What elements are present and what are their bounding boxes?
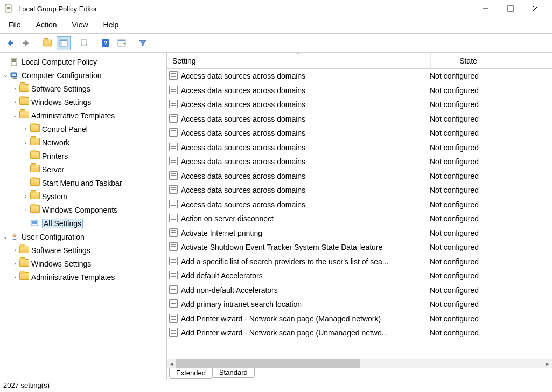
svg-rect-27 <box>32 221 37 222</box>
tree-label: Local Computer Policy <box>22 58 97 66</box>
tree-computer-config[interactable]: ⌄ Computer Configuration <box>0 68 166 82</box>
list-row[interactable]: Add default AcceleratorsNot configured <box>167 269 552 283</box>
tree-windows-components[interactable]: › Windows Components <box>0 203 166 216</box>
properties-button[interactable] <box>115 36 129 50</box>
tree-label: Start Menu and Taskbar <box>42 179 122 187</box>
list-row[interactable]: Access data sources across domainsNot co… <box>167 198 552 212</box>
setting-text: Access data sources across domains <box>181 157 430 166</box>
chevron-right-icon[interactable]: › <box>11 247 19 253</box>
chevron-down-icon[interactable]: ⌄ <box>1 72 10 78</box>
list-row[interactable]: Action on server disconnectNot configure… <box>167 212 552 226</box>
tree-label: Server <box>42 165 64 174</box>
chevron-right-icon[interactable]: › <box>11 86 19 92</box>
list-body[interactable]: Access data sources across domainsNot co… <box>167 69 552 359</box>
horizontal-scrollbar[interactable]: ◂ ▸ <box>167 359 552 368</box>
svg-rect-28 <box>32 222 37 223</box>
chevron-right-icon[interactable]: › <box>22 126 30 132</box>
back-button[interactable] <box>3 36 17 50</box>
tree-label: Software Settings <box>31 246 90 255</box>
menu-file[interactable]: File <box>6 19 23 30</box>
tree-label: Windows Components <box>42 206 117 214</box>
tree-start-menu[interactable]: › Start Menu and Taskbar <box>0 176 166 190</box>
setting-text: Activate Shutdown Event Tracker System S… <box>181 243 430 251</box>
tree-uc-windows[interactable]: › Windows Settings <box>0 257 166 270</box>
svg-rect-29 <box>32 223 37 224</box>
state-text: Not configured <box>430 115 505 123</box>
tree-label: All Settings <box>42 219 83 228</box>
policy-item-icon <box>169 185 179 195</box>
tree-software-settings[interactable]: › Software Settings <box>0 82 166 95</box>
chevron-down-icon[interactable]: ⌄ <box>11 113 19 118</box>
chevron-right-icon[interactable]: › <box>22 193 30 199</box>
list-row[interactable]: Add primary intranet search locationNot … <box>167 297 552 312</box>
state-text: Not configured <box>430 328 505 337</box>
list-row[interactable]: Access data sources across domainsNot co… <box>167 69 552 83</box>
tree-uc-admin[interactable]: › Administrative Templates <box>0 270 166 284</box>
scroll-right-icon[interactable]: ▸ <box>543 361 552 367</box>
tree-root[interactable]: ▶ Local Computer Policy <box>0 55 166 68</box>
menu-bar: File Action View Help <box>0 17 552 33</box>
list-row[interactable]: Access data sources across domainsNot co… <box>167 97 552 112</box>
policy-item-icon <box>169 314 179 324</box>
tree-control-panel[interactable]: › Control Panel <box>0 122 166 136</box>
tree-user-config[interactable]: ⌄ User Configuration <box>0 230 166 243</box>
show-hide-tree-button[interactable] <box>57 36 71 50</box>
menu-help[interactable]: Help <box>101 19 121 30</box>
menu-action[interactable]: Action <box>34 19 59 30</box>
tree-network[interactable]: › Network <box>0 136 166 149</box>
close-button[interactable] <box>523 0 548 17</box>
minimize-button[interactable] <box>473 0 498 17</box>
tree-uc-software[interactable]: › Software Settings <box>0 243 166 257</box>
list-row[interactable]: Access data sources across domainsNot co… <box>167 155 552 169</box>
list-row[interactable]: Add a specific list of search providers … <box>167 255 552 269</box>
tab-extended[interactable]: Extended <box>169 368 213 379</box>
setting-text: Access data sources across domains <box>181 72 430 80</box>
policy-item-icon <box>169 242 179 252</box>
forward-button[interactable] <box>19 36 33 50</box>
tree-admin-templates[interactable]: ⌄ Administrative Templates <box>0 109 166 122</box>
tree-windows-settings[interactable]: › Windows Settings <box>0 95 166 109</box>
list-row[interactable]: Access data sources across domainsNot co… <box>167 83 552 98</box>
chevron-right-icon[interactable]: › <box>22 139 30 145</box>
list-row[interactable]: Add Printer wizard - Network scan page (… <box>167 312 552 326</box>
svg-rect-9 <box>10 42 13 44</box>
scroll-track[interactable] <box>176 359 543 368</box>
policy-item-icon <box>169 143 179 152</box>
chevron-right-icon[interactable]: › <box>22 207 30 213</box>
tab-standard[interactable]: Standard <box>212 368 255 378</box>
list-row[interactable]: Access data sources across domainsNot co… <box>167 112 552 127</box>
filter-button[interactable] <box>136 36 150 50</box>
tree-pane[interactable]: ▶ Local Computer Policy ⌄ Computer Confi… <box>0 53 167 380</box>
help-button[interactable]: ? <box>99 36 113 50</box>
list-row[interactable]: Access data sources across domainsNot co… <box>167 183 552 198</box>
list-row[interactable]: Access data sources across domainsNot co… <box>167 141 552 155</box>
list-row[interactable]: Activate Shutdown Event Tracker System S… <box>167 240 552 255</box>
policy-item-icon <box>169 86 179 95</box>
list-row[interactable]: Add Printer wizard - Network scan page (… <box>167 326 552 340</box>
chevron-right-icon[interactable]: › <box>11 261 19 267</box>
list-row[interactable]: Add non-default AcceleratorsNot configur… <box>167 283 552 298</box>
chevron-right-icon[interactable]: › <box>11 99 19 105</box>
column-state[interactable]: State <box>431 53 506 68</box>
setting-text: Action on server disconnect <box>181 214 430 223</box>
list-row[interactable]: Activate Internet printingNot configured <box>167 226 552 241</box>
title-bar: Local Group Policy Editor <box>0 0 552 17</box>
up-button[interactable] <box>40 36 54 50</box>
policy-item-icon <box>169 214 179 223</box>
maximize-button[interactable] <box>498 0 523 17</box>
tree-printers[interactable]: › Printers <box>0 149 166 163</box>
policy-item-icon <box>169 100 179 109</box>
scroll-thumb[interactable] <box>176 359 360 368</box>
scroll-left-icon[interactable]: ◂ <box>167 361 176 367</box>
chevron-down-icon[interactable]: ⌄ <box>1 234 10 240</box>
menu-view[interactable]: View <box>69 19 90 30</box>
setting-text: Add primary intranet search location <box>181 300 430 309</box>
state-text: Not configured <box>430 172 505 180</box>
list-row[interactable]: Access data sources across domainsNot co… <box>167 169 552 184</box>
tree-system[interactable]: › System <box>0 190 166 203</box>
list-row[interactable]: Access data sources across domainsNot co… <box>167 126 552 141</box>
chevron-right-icon[interactable]: › <box>11 274 19 280</box>
tree-all-settings[interactable]: › All Settings <box>0 216 166 230</box>
tree-server[interactable]: › Server <box>0 163 166 176</box>
export-list-button[interactable] <box>78 36 92 50</box>
